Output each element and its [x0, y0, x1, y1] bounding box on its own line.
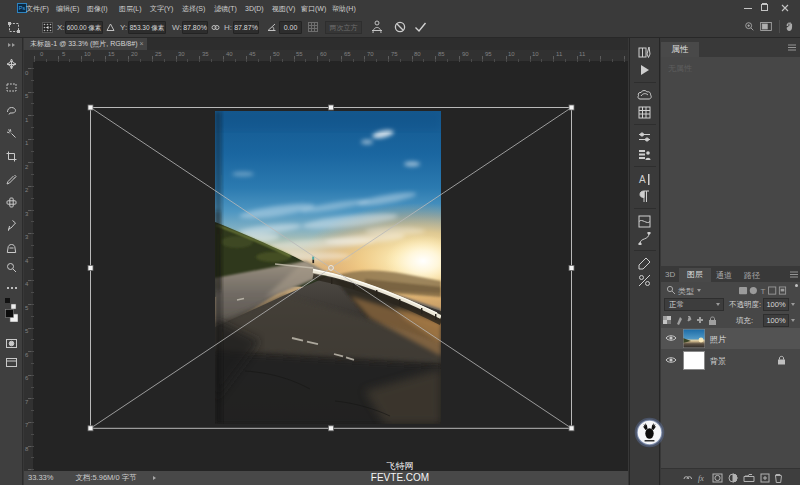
svg-text:T: T	[761, 287, 766, 296]
svg-text:A: A	[639, 174, 646, 185]
svg-text:fx: fx	[698, 474, 704, 483]
